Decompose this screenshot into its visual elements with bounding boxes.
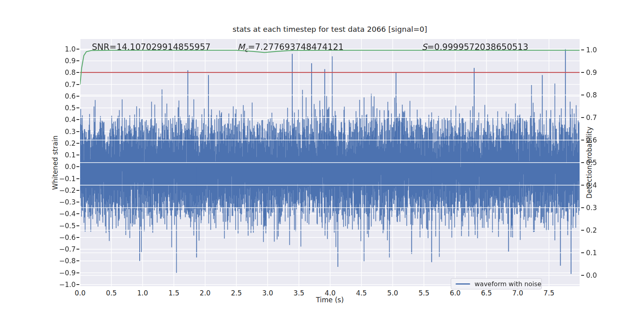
y-tick-label-right: 0.0 xyxy=(586,271,622,279)
y-tick-mark-left xyxy=(76,190,79,191)
annotation-snr: SNR=14.107029914855957 xyxy=(92,42,211,52)
x-tick-label: 0.5 xyxy=(99,289,124,297)
chart-title: stats at each timestep for test data 206… xyxy=(80,25,580,34)
y-tick-label-right: 0.3 xyxy=(586,204,622,212)
y-tick-label-left: 0.0 xyxy=(39,163,76,171)
y-tick-label-right: 0.9 xyxy=(586,68,622,76)
y-tick-mark-left xyxy=(76,284,79,285)
y-tick-label-right: 0.1 xyxy=(586,249,622,257)
y-tick-mark-left xyxy=(76,49,79,50)
y-tick-mark-right xyxy=(581,207,584,208)
annotation-mc-subscript: c xyxy=(245,47,248,53)
y-tick-label-right: 0.8 xyxy=(586,91,622,99)
chart-canvas xyxy=(80,39,580,286)
y-tick-label-left: 0.5 xyxy=(39,104,76,112)
annotation-mc-label: M xyxy=(237,42,245,52)
annotation-chirp-mass: Mc=7.277693748474121 xyxy=(237,42,344,55)
y-tick-mark-right xyxy=(581,162,584,163)
legend: waveform with noise xyxy=(451,278,542,289)
y-tick-mark-left xyxy=(76,237,79,238)
y-tick-mark-right xyxy=(581,252,584,253)
y-tick-label-right: 0.6 xyxy=(586,136,622,144)
y-tick-mark-left xyxy=(76,213,79,214)
y-tick-mark-left xyxy=(76,60,79,61)
y-tick-label-left: 0.7 xyxy=(39,80,76,89)
y-tick-label-left: −0.7 xyxy=(39,245,76,253)
plot-area xyxy=(80,39,580,286)
annotation-snr-value: =14.107029914855957 xyxy=(109,42,211,52)
y-tick-mark-left xyxy=(76,119,79,120)
legend-label: waveform with noise xyxy=(475,280,541,288)
y-tick-mark-right xyxy=(581,50,584,50)
x-tick-label: 3.0 xyxy=(256,289,280,297)
x-tick-label: 2.5 xyxy=(224,289,248,297)
x-tick-label: 2.0 xyxy=(193,289,217,297)
x-tick-label: 7.5 xyxy=(537,289,561,297)
y-tick-label-right: 0.5 xyxy=(586,159,622,167)
annotation-mc-value: =7.277693748474121 xyxy=(248,42,344,52)
y-tick-mark-left xyxy=(76,84,79,85)
y-tick-label-right: 1.0 xyxy=(586,46,622,54)
y-tick-mark-left xyxy=(76,107,79,108)
legend-line-sample xyxy=(456,283,470,285)
x-tick-label: 7.0 xyxy=(506,289,530,297)
y-tick-mark-left xyxy=(76,72,79,73)
y-tick-label-left: −0.3 xyxy=(39,198,76,206)
y-tick-label-left: −0.5 xyxy=(39,222,76,230)
y-tick-label-left: −0.9 xyxy=(39,269,76,277)
x-tick-label: 4.5 xyxy=(349,289,374,297)
y-tick-label-left: −1.0 xyxy=(39,281,76,289)
y-tick-mark-right xyxy=(581,275,584,276)
y-tick-mark-left xyxy=(76,166,79,167)
y-tick-label-left: 0.4 xyxy=(39,116,76,124)
annotation-score: S=0.9999572038650513 xyxy=(422,42,528,52)
y-tick-label-left: 0.2 xyxy=(39,139,76,147)
y-tick-label-left: −0.8 xyxy=(39,257,76,265)
x-tick-label: 6.5 xyxy=(475,289,499,297)
y-tick-mark-left xyxy=(76,202,79,202)
y-tick-label-left: 0.6 xyxy=(39,92,76,100)
y-tick-label-right: 0.7 xyxy=(586,114,622,122)
y-tick-label-left: 1.0 xyxy=(39,45,76,53)
x-tick-label: 6.0 xyxy=(443,289,467,297)
figure: stats at each timestep for test data 206… xyxy=(0,0,644,322)
y-tick-mark-right xyxy=(581,230,584,231)
y-tick-mark-right xyxy=(581,185,584,186)
y-tick-mark-right xyxy=(581,72,584,73)
x-tick-label: 1.5 xyxy=(162,289,186,297)
y-tick-label-left: 0.9 xyxy=(39,57,76,65)
y-tick-mark-left xyxy=(76,131,79,132)
y-tick-label-left: −0.4 xyxy=(39,210,76,218)
y-tick-mark-right xyxy=(581,140,584,140)
y-tick-label-left: −0.1 xyxy=(39,175,76,183)
y-tick-mark-right xyxy=(581,95,584,95)
y-tick-mark-left xyxy=(76,143,79,144)
y-tick-label-right: 0.4 xyxy=(586,181,622,189)
y-tick-label-left: 0.1 xyxy=(39,151,76,159)
x-tick-label: 5.0 xyxy=(381,289,405,297)
x-tick-label: 1.0 xyxy=(130,289,155,297)
x-axis-label: Time (s) xyxy=(80,296,580,304)
y-tick-mark-left xyxy=(76,96,79,97)
annotation-snr-label: SNR xyxy=(92,42,109,52)
annotation-s-value: =0.9999572038650513 xyxy=(427,42,528,52)
y-tick-mark-left xyxy=(76,272,79,273)
y-tick-label-right: 0.2 xyxy=(586,226,622,234)
y-tick-label-left: −0.2 xyxy=(39,186,76,194)
y-tick-mark-left xyxy=(76,260,79,261)
y-tick-label-left: 0.8 xyxy=(39,68,76,76)
y-tick-mark-left xyxy=(76,249,79,250)
x-tick-label: 4.0 xyxy=(318,289,342,297)
x-tick-label: 5.5 xyxy=(412,289,436,297)
annotation-s-label: S xyxy=(422,42,427,52)
y-tick-label-left: 0.3 xyxy=(39,128,76,136)
y-tick-mark-left xyxy=(76,178,79,179)
x-tick-label: 0.0 xyxy=(68,289,92,297)
y-tick-mark-right xyxy=(581,117,584,118)
y-tick-label-left: −0.6 xyxy=(39,233,76,242)
x-tick-label: 3.5 xyxy=(287,289,311,297)
y-tick-mark-left xyxy=(76,225,79,226)
y-tick-mark-left xyxy=(76,155,79,155)
